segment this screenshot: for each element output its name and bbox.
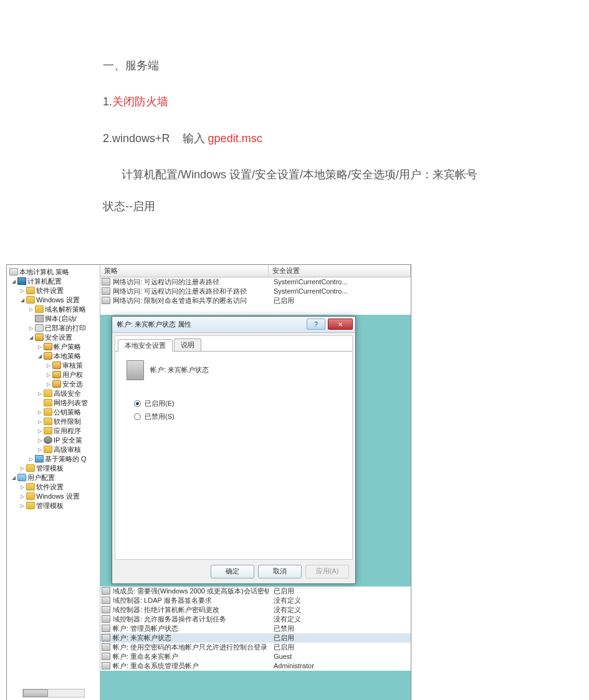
tree-expander-icon[interactable]: ◢ — [11, 279, 16, 284]
policy-list-row[interactable]: 网络访问: 限制对命名管道和共享的匿名访问已启用 — [100, 296, 411, 305]
tree-item[interactable]: ▷IP 安全策 — [8, 436, 98, 445]
tree-expander-icon[interactable]: ▷ — [37, 344, 42, 350]
ok-button[interactable]: 确定 — [211, 565, 254, 578]
shield-icon — [52, 362, 61, 369]
tree-item[interactable]: ◢本地策略 — [8, 352, 98, 361]
column-header-setting[interactable]: 安全设置 — [269, 265, 411, 277]
nav-path: 计算机配置/Windows 设置/安全设置/本地策略/安全选项/用户：来宾帐号状… — [103, 168, 477, 212]
column-header-policy[interactable]: 策略 — [100, 265, 269, 277]
tree-item[interactable]: ▷基于策略的 Q — [8, 454, 98, 464]
tree-expander-icon[interactable]: ▷ — [45, 363, 51, 368]
policy-list-row[interactable]: 域控制器: 拒绝计算机帐户密码更改没有定义 — [100, 605, 411, 615]
policy-list-row[interactable]: 帐户: 重命名系统管理员帐户Administrator — [100, 661, 411, 671]
help-button[interactable]: ? — [307, 319, 325, 330]
radio-enabled-row[interactable]: 已启用(E) — [134, 399, 341, 408]
tree-item[interactable]: ▷管理模板 — [8, 464, 98, 473]
policy-row-icon — [102, 597, 110, 604]
policy-list-row[interactable]: 帐户: 管理员帐户状态已禁用 — [100, 624, 411, 633]
policy-list-row[interactable]: 帐户: 重命名来宾帐户Guest — [100, 652, 411, 661]
shield-icon — [52, 371, 61, 378]
cancel-button[interactable]: 取消 — [258, 565, 302, 578]
policy-list-row[interactable]: 域控制器: 允许服务器操作者计划任务没有定义 — [100, 615, 411, 624]
policy-name-cell: 帐户: 来宾帐户状态 — [113, 633, 269, 643]
comp-icon — [17, 277, 26, 285]
path-paragraph: 计算机配置/Windows 设置/安全设置/本地策略/安全选项/用户：来宾帐号状… — [103, 159, 486, 222]
policy-setting-cell: 已启用 — [269, 633, 411, 643]
tree-item[interactable]: ▷Windows 设置 — [8, 492, 98, 501]
tree-expander-icon[interactable]: ▷ — [28, 456, 34, 462]
policy-row-icon — [102, 653, 110, 660]
tab-local-security[interactable]: 本地安全设置 — [118, 339, 173, 352]
user-icon — [17, 474, 26, 481]
policy-list-row[interactable]: 帐户: 来宾帐户状态已启用 — [100, 633, 411, 643]
tree-item[interactable]: ▷域名解析策略 — [8, 305, 98, 314]
tree-item[interactable]: 网络列表管 — [8, 398, 98, 408]
policy-list-row[interactable]: 帐户: 使用空密码的本地帐户只允许进行控制台登录已启用 — [100, 643, 411, 652]
tree-expander-icon[interactable]: ◢ — [28, 335, 34, 340]
tree-item[interactable]: ◢用户配置 — [8, 473, 98, 482]
tree-item[interactable]: ▷安全选 — [8, 380, 98, 389]
tree-item[interactable]: ▷软件设置 — [8, 286, 98, 295]
tree-item[interactable]: ▷帐户策略 — [8, 342, 98, 352]
radio-enabled[interactable] — [134, 400, 141, 407]
tree-root-item[interactable]: 本地计算机 策略 — [8, 267, 98, 277]
tree-expander-icon[interactable]: ▷ — [37, 419, 42, 424]
tree-expander-icon[interactable] — [37, 400, 42, 406]
tree-item[interactable]: ▷已部署的打印 — [8, 324, 98, 333]
tree-expander-icon[interactable]: ▷ — [28, 307, 34, 312]
radio-disabled[interactable] — [134, 413, 141, 420]
tree-horizontal-scrollbar[interactable] — [22, 689, 85, 698]
tree-item[interactable]: ◢安全设置 — [8, 333, 98, 342]
tree-item[interactable]: ▷软件限制 — [8, 417, 98, 426]
policy-setting-cell: System\CurrentContro... — [269, 278, 411, 285]
tree-item[interactable]: ▷应用程序 — [8, 426, 98, 436]
tree-item[interactable]: ▷用户权 — [8, 370, 98, 380]
gear-icon — [44, 436, 52, 444]
tree-expander-icon[interactable] — [28, 316, 34, 322]
tree-expander-icon[interactable]: ▷ — [37, 428, 42, 434]
policy-list-row[interactable]: 域成员: 需要强(Windows 2000 或更高版本)会话密钥已启用 — [100, 587, 411, 596]
tree-expander-icon[interactable]: ▷ — [37, 438, 42, 443]
tree-item-label: 软件限制 — [54, 417, 81, 426]
tree-item[interactable]: ▷管理模板 — [8, 501, 98, 511]
tree-item[interactable]: ▷高级安全 — [8, 389, 98, 398]
tab-description[interactable]: 说明 — [174, 338, 201, 351]
tree-expander-icon[interactable]: ▷ — [45, 381, 51, 387]
tree-expander-icon[interactable]: ◢ — [11, 475, 16, 481]
tree-item-label: 软件设置 — [36, 482, 64, 492]
tree-expander-icon[interactable]: ▷ — [37, 391, 42, 396]
tree-expander-icon[interactable]: ▷ — [28, 325, 34, 331]
tree-expander-icon[interactable]: ▷ — [19, 288, 25, 294]
tree-expander-icon[interactable]: ▷ — [19, 484, 25, 490]
tree-expander-icon[interactable]: ▷ — [37, 410, 42, 415]
tree-expander-icon[interactable]: ▷ — [19, 466, 25, 471]
tree-item-label: 网络列表管 — [54, 398, 88, 408]
apply-button[interactable]: 应用(A) — [305, 565, 349, 578]
tree-expander-icon[interactable]: ◢ — [19, 297, 25, 303]
policy-list-row[interactable]: 网络访问: 可远程访问的注册表路径System\CurrentContro... — [100, 277, 411, 287]
policy-row-icon — [102, 606, 110, 613]
list-header: 策略 安全设置 — [100, 265, 411, 277]
tree-expander-icon[interactable]: ▷ — [19, 494, 25, 499]
tree-item[interactable]: ▷高级审核 — [8, 445, 98, 454]
properties-dialog: 帐户: 来宾帐户状态 属性 ? ✕ 本地安全设置 说明 帐户: 来宾帐户状态 已… — [112, 316, 356, 584]
tree-expander-icon[interactable]: ▷ — [19, 503, 25, 509]
tree-item-label: 用户权 — [62, 370, 83, 380]
close-button[interactable]: ✕ — [328, 319, 353, 330]
tree-item[interactable]: ◢计算机配置 — [8, 277, 98, 286]
tree-item[interactable]: ◢Windows 设置 — [8, 295, 98, 305]
policy-setting-cell: 已启用 — [269, 587, 411, 596]
dialog-titlebar[interactable]: 帐户: 来宾帐户状态 属性 ? ✕ — [112, 317, 355, 333]
scrollbar-thumb[interactable] — [23, 689, 48, 697]
tree-item[interactable]: ▷审核策 — [8, 361, 98, 370]
tree-item[interactable]: ▷公钥策略 — [8, 408, 98, 417]
policy-setting-cell: 没有定义 — [269, 596, 411, 605]
tree-item[interactable]: 脚本(启动/ — [8, 314, 98, 324]
policy-list-row[interactable]: 网络访问: 可远程访问的注册表路径和子路径System\CurrentContr… — [100, 287, 411, 296]
policy-list-row[interactable]: 域控制器: LDAP 服务器签名要求没有定义 — [100, 596, 411, 605]
tree-expander-icon[interactable]: ◢ — [37, 353, 42, 359]
radio-disabled-row[interactable]: 已禁用(S) — [134, 412, 341, 421]
tree-expander-icon[interactable]: ▷ — [37, 447, 42, 453]
tree-item[interactable]: ▷软件设置 — [8, 482, 98, 492]
tree-expander-icon[interactable]: ▷ — [45, 372, 51, 378]
